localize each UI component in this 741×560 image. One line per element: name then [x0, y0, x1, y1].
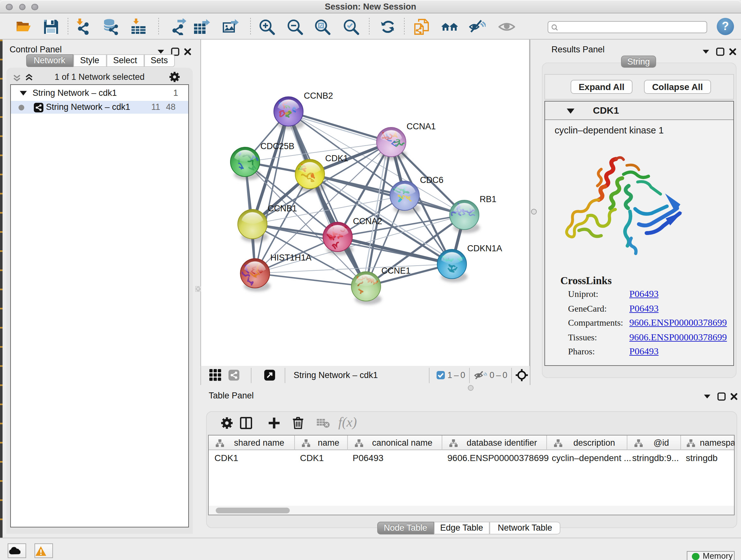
svg-text:CDKN1A: CDKN1A	[467, 244, 502, 253]
svg-text:CCNB1: CCNB1	[268, 204, 297, 213]
svg-text:CCNE1: CCNE1	[381, 266, 411, 275]
svg-text:CCNA1: CCNA1	[407, 122, 436, 131]
svg-text:RB1: RB1	[480, 194, 496, 204]
svg-text:CDC6: CDC6	[420, 175, 444, 185]
svg-text:CDK1: CDK1	[325, 153, 348, 163]
svg-text:CCNB2: CCNB2	[304, 91, 333, 101]
svg-text:HIST1H1A: HIST1H1A	[270, 253, 312, 262]
svg-text:CDC25B: CDC25B	[260, 141, 294, 151]
svg-text:CCNA2: CCNA2	[353, 216, 382, 226]
